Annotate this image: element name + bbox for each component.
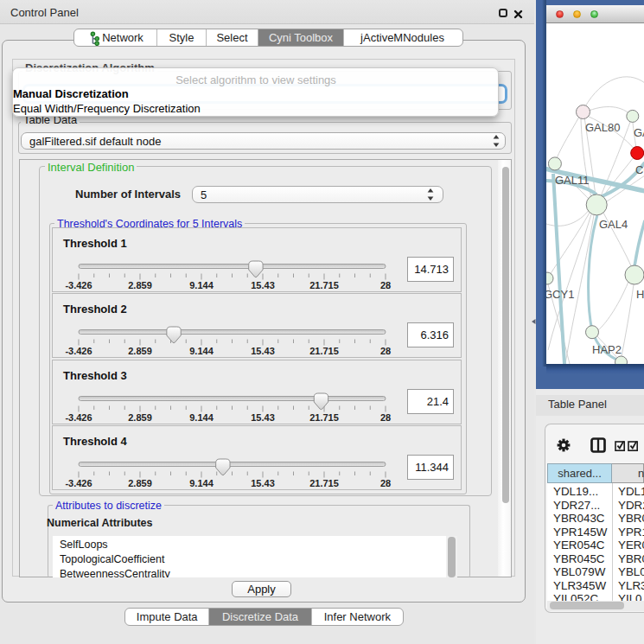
svg-text:GAL4: GAL4 <box>599 218 628 231</box>
svg-text:28: 28 <box>380 346 391 356</box>
svg-text:15.43: 15.43 <box>251 412 275 423</box>
svg-text:2.859: 2.859 <box>128 478 152 488</box>
svg-text:-3.426: -3.426 <box>65 478 92 488</box>
svg-text:21.715: 21.715 <box>309 280 339 290</box>
svg-text:9.144: 9.144 <box>189 280 214 290</box>
svg-text:9.144: 9.144 <box>189 412 214 423</box>
svg-text:-3.426: -3.426 <box>65 412 92 423</box>
svg-text:21.715: 21.715 <box>309 346 339 356</box>
svg-text:GCY1: GCY1 <box>546 288 574 301</box>
svg-text:GAL80: GAL80 <box>585 121 620 134</box>
svg-text:2.859: 2.859 <box>128 412 152 423</box>
svg-text:-3.426: -3.426 <box>65 346 92 356</box>
svg-text:21.715: 21.715 <box>309 412 339 423</box>
svg-text:15.43: 15.43 <box>251 478 275 488</box>
svg-text:21.715: 21.715 <box>309 478 339 488</box>
svg-text:CC: CC <box>635 163 644 176</box>
svg-text:HI: HI <box>636 288 644 301</box>
svg-text:GAL11: GAL11 <box>555 174 590 187</box>
svg-text:28: 28 <box>380 280 391 290</box>
svg-text:2.859: 2.859 <box>128 346 152 356</box>
svg-text:15.43: 15.43 <box>251 280 275 290</box>
svg-text:-3.426: -3.426 <box>65 280 92 290</box>
svg-text:28: 28 <box>380 412 391 423</box>
svg-text:2.859: 2.859 <box>128 280 152 290</box>
svg-text:9.144: 9.144 <box>189 478 214 488</box>
svg-text:15.43: 15.43 <box>251 346 275 356</box>
svg-text:HAP2: HAP2 <box>592 343 622 356</box>
svg-text:GAL2: GAL2 <box>634 126 644 139</box>
svg-text:9.144: 9.144 <box>189 346 214 356</box>
svg-text:28: 28 <box>380 478 391 488</box>
